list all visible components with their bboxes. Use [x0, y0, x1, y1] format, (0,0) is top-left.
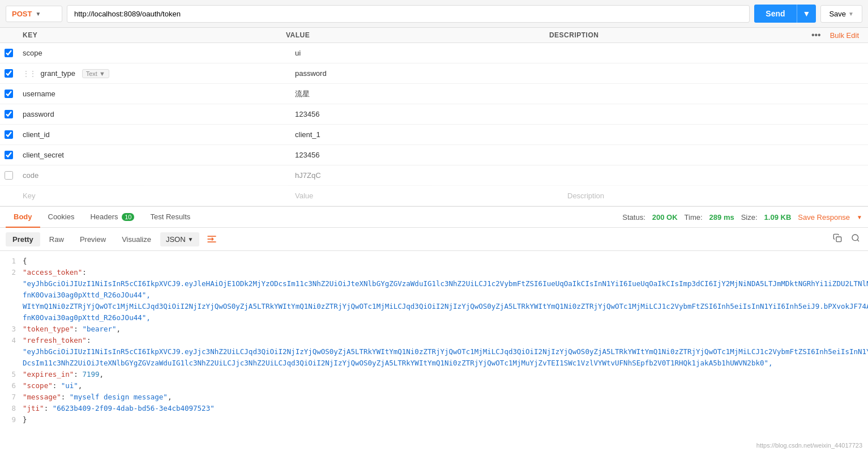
format-arrow-icon: ▼ [188, 236, 194, 242]
row-value[interactable]: 123456 [289, 108, 562, 121]
row-checkbox-cell[interactable] [0, 87, 17, 100]
row-key[interactable]: scope [17, 46, 289, 59]
row-checkbox[interactable] [5, 171, 13, 180]
row-description[interactable] [562, 173, 834, 178]
bulk-edit-button[interactable]: Bulk Edit [826, 29, 863, 42]
viewer-icons [831, 231, 862, 247]
params-table: KEY VALUE DESCRIPTION ••• Bulk Edit scop… [0, 28, 868, 207]
tab-cookies[interactable]: Cookies [40, 207, 83, 228]
json-line: 7 "message": "myself design message", [0, 392, 868, 403]
row-description[interactable] [562, 133, 834, 137]
line-number: 6 [6, 380, 23, 392]
line-number: 2 [6, 267, 23, 301]
more-options-icon[interactable]: ••• [807, 28, 826, 42]
line-number: 5 [6, 369, 23, 380]
response-tabs: Body Cookies Headers 10 Test Results Sta… [0, 207, 868, 228]
value-column-header: VALUE [280, 29, 544, 41]
wrap-icon[interactable] [206, 233, 217, 245]
json-viewer: 1{2 "access_token": "eyJhbGciOiJIUzI1NiI… [0, 251, 868, 444]
tab-test-results[interactable]: Test Results [142, 207, 198, 228]
row-key[interactable]: code [17, 169, 289, 182]
json-line: 2 "access_token": "eyJhbGciOiJIUzI1NiIsI… [0, 267, 868, 301]
row-checkbox-cell[interactable] [0, 148, 17, 161]
row-key[interactable]: client_secret [17, 148, 289, 161]
row-checkbox-cell[interactable] [0, 67, 17, 80]
row-value[interactable]: 123456 [289, 148, 562, 161]
send-dropdown-icon[interactable]: ▼ [797, 5, 816, 23]
method-label: POST [12, 10, 32, 18]
time-value: 289 ms [709, 213, 734, 222]
send-label: Send [754, 5, 796, 23]
row-description[interactable] [562, 71, 834, 76]
viewer-tab-preview[interactable]: Preview [73, 232, 113, 246]
svg-point-4 [852, 235, 858, 241]
table-row: password 123456 [0, 104, 868, 125]
row-key[interactable]: ⋮⋮ grant_type Text ▼ [17, 67, 289, 80]
row-value[interactable]: Value [289, 189, 562, 202]
row-checkbox[interactable] [5, 151, 13, 159]
size-value: 1.09 KB [764, 213, 792, 222]
row-checkbox[interactable] [5, 49, 13, 57]
copy-icon[interactable] [831, 231, 844, 247]
row-checkbox-cell[interactable] [0, 46, 17, 59]
key-column-header: KEY [17, 29, 280, 41]
row-value[interactable]: 流星 [289, 87, 562, 101]
row-key[interactable]: client_id [17, 128, 289, 141]
row-checkbox[interactable] [5, 130, 13, 139]
row-key[interactable]: password [17, 108, 289, 121]
top-bar: POST ▼ Send ▼ Save ▼ [0, 0, 868, 28]
row-description[interactable]: Description [562, 189, 834, 202]
row-key[interactable]: username [17, 87, 289, 100]
json-line: 9} [0, 414, 868, 426]
search-icon[interactable] [849, 231, 862, 247]
viewer-tabs: Pretty Raw Preview Visualize JSON ▼ [0, 228, 868, 251]
response-meta: Status: 200 OK Time: 289 ms Size: 1.09 K… [622, 213, 862, 222]
url-input[interactable] [67, 5, 750, 23]
row-checkbox[interactable] [5, 90, 13, 98]
row-checkbox-cell[interactable] [0, 194, 17, 198]
viewer-tab-visualize[interactable]: Visualize [115, 232, 158, 246]
drag-handle-icon: ⋮⋮ [23, 70, 36, 78]
row-checkbox[interactable] [5, 110, 13, 118]
status-value: 200 OK [652, 213, 678, 222]
tab-body[interactable]: Body [6, 207, 40, 228]
line-number [6, 358, 23, 369]
save-response-arrow-icon[interactable]: ▼ [857, 214, 862, 220]
row-value[interactable]: client_1 [289, 128, 562, 141]
row-description[interactable] [562, 92, 834, 96]
params-header-actions: ••• Bulk Edit [807, 28, 868, 42]
row-checkbox-cell[interactable] [0, 169, 17, 182]
row-checkbox-cell[interactable] [0, 108, 17, 121]
type-badge[interactable]: Text ▼ [82, 69, 109, 78]
json-line: 5 "expires_in": 7199, [0, 369, 868, 380]
params-table-header: KEY VALUE DESCRIPTION ••• Bulk Edit [0, 28, 868, 43]
line-number: 7 [6, 392, 23, 403]
time-label: Time: [685, 213, 703, 222]
watermark: https://blog.csdn.net/weixin_44017723 [756, 442, 862, 444]
save-button[interactable]: Save ▼ [820, 5, 862, 23]
table-row: scope ui [0, 43, 868, 63]
format-label: JSON [166, 235, 186, 244]
row-value[interactable]: hJ7ZqC [289, 169, 562, 182]
row-key[interactable]: Key [17, 189, 289, 202]
viewer-tab-pretty[interactable]: Pretty [6, 232, 40, 246]
tab-headers[interactable]: Headers 10 [82, 207, 142, 228]
row-description[interactable] [562, 51, 834, 56]
row-checkbox-cell[interactable] [0, 128, 17, 141]
row-value[interactable]: password [289, 67, 562, 80]
method-select[interactable]: POST ▼ [6, 6, 62, 22]
row-description[interactable] [562, 112, 834, 117]
save-response-button[interactable]: Save Response [798, 213, 850, 222]
line-number: 4 [6, 335, 23, 358]
table-row: client_id client_1 [0, 125, 868, 145]
send-button[interactable]: Send ▼ [754, 5, 816, 23]
json-line: 6 "scope": "ui", [0, 380, 868, 392]
format-select[interactable]: JSON ▼ [160, 232, 199, 246]
row-checkbox[interactable] [5, 69, 13, 78]
viewer-tab-raw[interactable]: Raw [42, 232, 71, 246]
size-label: Size: [741, 213, 758, 222]
row-value[interactable]: ui [289, 46, 562, 59]
row-description[interactable] [562, 153, 834, 158]
json-line: 3 "token_type": "bearer", [0, 324, 868, 335]
json-line: 1{ [0, 256, 868, 267]
